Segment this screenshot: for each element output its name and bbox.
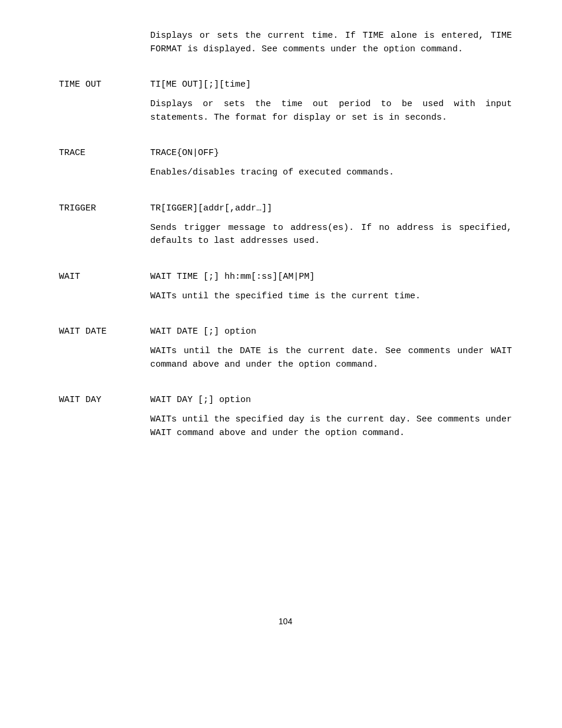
syntax-line: TRACE{ON|OFF} [150, 148, 512, 158]
text: alone is entered, [384, 31, 491, 41]
keyword-wait: WAIT [150, 414, 171, 424]
entry-trigger: TRIGGER TR[IGGER][addr[,addr…]] Sends tr… [59, 203, 512, 260]
syntax-part: option [224, 327, 256, 337]
syntax-part: WAIT TIME [150, 272, 198, 282]
syntax-part: WAIT DAY [150, 395, 193, 405]
entry-trace: TRACE TRACE{ON|OFF} Enables/disables tra… [59, 148, 512, 192]
syntax-part: WAIT DATE [150, 327, 198, 337]
entry-label: TRACE [59, 148, 150, 158]
entry-wait: WAIT WAIT TIME [;] hh:mm[:ss][AM|PM] WAI… [59, 272, 512, 315]
keyword-time: TIME [362, 31, 384, 41]
text: s until the specified time is the curren… [171, 291, 421, 301]
entry-body: WAIT TIME [;] hh:mm[:ss][AM|PM] WAITs un… [150, 272, 512, 315]
syntax-line: WAIT DAY [;] option [150, 395, 512, 405]
page-number: 104 [59, 617, 512, 626]
document-page: Displays or sets the current time. If TI… [0, 0, 562, 661]
entry-time-out: TIME OUT TI[ME OUT][;][time] Displays or… [59, 80, 512, 136]
text: s until the specified day is the current… [171, 414, 512, 424]
description: Enables/disables tracing of executed com… [150, 166, 512, 180]
syntax-part: ; [203, 395, 209, 405]
description: WAITs until the specified time is the cu… [150, 290, 512, 304]
entry-wait-date: WAIT DATE WAIT DATE [;] option WAITs unt… [59, 327, 512, 383]
entry-body: WAIT DATE [;] option WAITs until the DAT… [150, 327, 512, 383]
syntax-part: AM [283, 272, 293, 282]
entry-body: TRACE{ON|OFF} Enables/disables tracing o… [150, 148, 512, 192]
text: Displays or sets the current time. If [150, 31, 362, 41]
text [198, 272, 203, 282]
text: Displays or sets the [150, 99, 281, 109]
entry-body: TI[ME OUT][;][time] Displays or sets the… [150, 80, 512, 136]
syntax-part: ; [209, 327, 214, 337]
keyword-wait: WAIT [150, 428, 171, 438]
syntax-line: TI[ME OUT][;][time] [150, 80, 512, 90]
entry-label: WAIT DATE [59, 327, 150, 337]
text: command. [330, 360, 378, 370]
syntax-part: option [219, 395, 251, 405]
text: is the current date. See comments under [261, 346, 491, 356]
description: Sends trigger message to address(es). If… [150, 222, 512, 248]
text [193, 395, 198, 405]
entry-label: TRIGGER [59, 203, 150, 213]
keyword-option: option [299, 360, 330, 370]
text: command. [415, 44, 463, 54]
keyword-time: time [281, 99, 302, 109]
keyword-wait: WAIT [491, 346, 512, 356]
entry-body: Displays or sets the current time. If TI… [150, 29, 512, 56]
entry-body: TR[IGGER][addr[,addr…]] Sends trigger me… [150, 203, 512, 260]
description: Displays or sets the time out period to … [150, 98, 512, 124]
syntax-line: WAIT DATE [;] option [150, 327, 512, 337]
syntax-part: ; [209, 272, 214, 282]
syntax-line: WAIT TIME [;] hh:mm[:ss][AM|PM] [150, 272, 512, 282]
entry-time-continuation: Displays or sets the current time. If TI… [59, 29, 512, 68]
syntax-part: :ss [256, 272, 272, 282]
entry-label: WAIT [59, 272, 150, 282]
text: is displayed. See comments under the [182, 44, 384, 54]
syntax-line: TR[IGGER][addr[,addr…]] [150, 203, 512, 213]
entry-wait-day: WAIT DAY WAIT DAY [;] option WAITs until… [59, 395, 512, 452]
keyword-option: option [384, 44, 415, 54]
keyword-date: DATE [240, 346, 261, 356]
syntax-part: hh:mm [224, 272, 251, 282]
text: command above and under the [150, 360, 299, 370]
entry-body: WAIT DAY [;] option WAITs until the spec… [150, 395, 512, 452]
keyword-wait: WAIT [150, 291, 171, 301]
syntax-part: PM [299, 272, 309, 282]
description: WAITs until the DATE is the current date… [150, 345, 512, 371]
text: s until the [171, 346, 240, 356]
keyword-wait: WAIT [150, 346, 171, 356]
description: WAITs until the specified day is the cur… [150, 413, 512, 440]
text: command above and under the [171, 428, 325, 438]
entry-label: WAIT DAY [59, 395, 150, 405]
text: command. [357, 428, 405, 438]
keyword-option: option [325, 428, 357, 438]
text [198, 327, 203, 337]
entry-label: TIME OUT [59, 80, 150, 90]
